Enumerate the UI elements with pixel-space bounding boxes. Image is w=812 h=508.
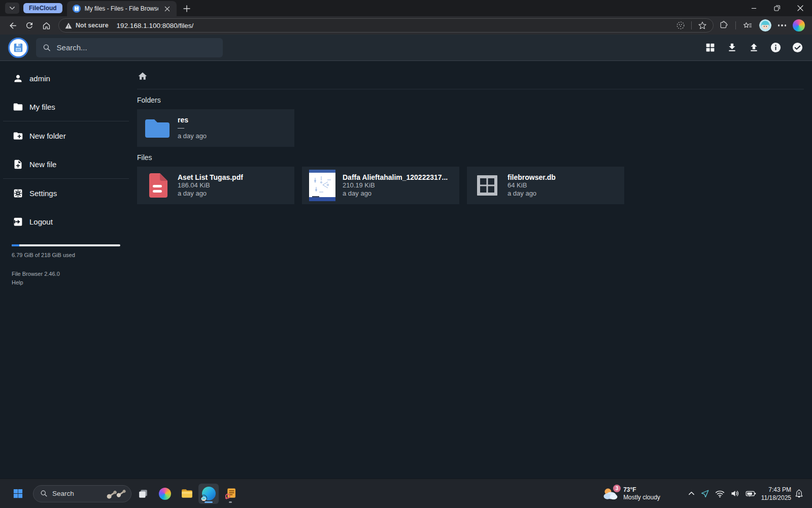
card-icon [137, 117, 178, 140]
notification-bell-icon [794, 489, 804, 498]
storage-section: 6.79 GiB of 218 GiB used File Browser 2.… [0, 244, 132, 287]
notes-app-button[interactable] [220, 484, 241, 504]
clock[interactable]: 7:43 PM 11/18/2025 [761, 486, 791, 502]
folder-card-res[interactable]: res — a day ago [137, 109, 294, 147]
favorite-star-icon[interactable] [698, 21, 707, 30]
refresh-button[interactable] [22, 18, 37, 33]
sidebar-item-label: New file [29, 160, 56, 169]
battery-button[interactable] [746, 490, 756, 497]
system-tray [688, 489, 756, 498]
favorites-list-icon[interactable] [742, 20, 753, 30]
tab-group-filecloud[interactable]: FileCloud [23, 3, 62, 13]
file-card-image[interactable]: Daffa Alieftahalim_120222317... 210.19 K… [302, 167, 459, 204]
chevron-down-icon [9, 5, 15, 11]
volume-button[interactable] [730, 489, 740, 498]
tab-strip: FileCloud My files - Files - File Browse… [0, 0, 812, 16]
home-button[interactable] [39, 18, 54, 33]
search-input[interactable] [57, 43, 216, 52]
security-chip[interactable]: Not secure [65, 22, 109, 29]
select-multiple-button[interactable] [791, 41, 804, 54]
copilot-icon[interactable] [793, 19, 805, 31]
security-label: Not secure [76, 22, 109, 29]
sidebar-item-label: New folder [29, 132, 66, 140]
tab-favicon-floppy-icon [73, 5, 81, 13]
folder-icon [143, 117, 172, 140]
settings-more-button[interactable] [778, 24, 787, 26]
info-button[interactable] [769, 41, 782, 54]
copilot-taskbar-button[interactable] [155, 484, 175, 504]
volume-icon [730, 489, 740, 498]
weather-widget[interactable]: 3 73°F Mostly cloudy [602, 486, 660, 501]
storage-progress-fill [12, 244, 19, 246]
clock-date: 11/18/2025 [761, 494, 791, 502]
edge-browser-button[interactable] [198, 484, 219, 504]
sidebar-item-label: Settings [29, 189, 57, 198]
task-view-button[interactable] [133, 484, 153, 504]
taskbar-search-box[interactable]: Search [33, 485, 131, 502]
sidebar-item-admin[interactable]: admin [0, 64, 132, 92]
wifi-icon [715, 490, 725, 498]
sidebar-item-label: My files [29, 103, 55, 111]
browser-toolbar: Not secure 192.168.1.100:8080/files/ [0, 16, 812, 35]
wifi-button[interactable] [715, 490, 725, 498]
weather-condition: Mostly cloudy [623, 494, 660, 501]
file-name: Aset List Tugas.pdf [178, 173, 243, 181]
storage-usage-text: 6.79 GiB of 218 GiB used [12, 252, 120, 258]
file-explorer-button[interactable] [177, 484, 197, 504]
new-file-icon [13, 159, 23, 170]
app-body: admin My files New folder New file [0, 61, 812, 479]
breadcrumb-home-icon[interactable] [138, 71, 148, 81]
new-folder-icon [13, 131, 23, 141]
urlbar-actions [676, 21, 707, 30]
restore-button[interactable] [765, 0, 789, 16]
file-modified: a day ago [507, 189, 556, 198]
thumbnail-diagram [309, 170, 335, 201]
download-button[interactable] [725, 41, 738, 54]
file-size: 186.04 KiB [178, 181, 243, 189]
file-size: 64 KiB [507, 181, 556, 189]
app-search-box[interactable] [36, 38, 223, 57]
sidebar-item-settings[interactable]: Settings [0, 179, 132, 207]
card-icon [302, 170, 343, 201]
profile-avatar[interactable] [759, 19, 771, 31]
file-explorer-icon [181, 487, 193, 500]
extensions-icon[interactable] [719, 20, 729, 30]
copilot-icon [159, 488, 171, 500]
tray-overflow-button[interactable] [688, 490, 695, 497]
address-bar[interactable]: Not secure 192.168.1.100:8080/files/ [58, 18, 714, 33]
card-icon [137, 173, 178, 198]
sidebar-item-new-folder[interactable]: New folder [0, 121, 132, 150]
minimize-button[interactable] [742, 0, 765, 16]
switch-view-button[interactable] [703, 41, 717, 54]
breadcrumb [137, 68, 804, 84]
folder-modified: a day ago [178, 132, 207, 140]
active-tab[interactable]: My files - Files - File Browser [67, 1, 177, 16]
browser-window: FileCloud My files - Files - File Browse… [0, 0, 812, 508]
url-text: 192.168.1.100:8080/files/ [117, 22, 194, 29]
sidebar-item-new-file[interactable]: New file [0, 150, 132, 178]
location-in-use-button[interactable] [700, 489, 709, 498]
files-grid: Aset List Tugas.pdf 186.04 KiB a day ago [137, 167, 804, 204]
header-actions [703, 41, 804, 54]
restore-icon [774, 5, 780, 11]
sidebar-item-my-files[interactable]: My files [0, 92, 132, 121]
back-button[interactable] [5, 18, 20, 33]
clock-time: 7:43 PM [761, 486, 791, 494]
tab-search-button[interactable] [5, 3, 19, 14]
notification-badge: 3 [613, 485, 621, 492]
tracking-prevention-icon[interactable] [676, 21, 685, 30]
new-tab-button[interactable] [182, 4, 192, 14]
file-card-database[interactable]: filebrowser.db 64 KiB a day ago [467, 167, 624, 204]
notification-center-button[interactable] [794, 489, 804, 498]
filebrowser-header [0, 35, 812, 61]
file-name: filebrowser.db [507, 173, 556, 181]
start-button[interactable] [8, 484, 28, 504]
upload-button[interactable] [747, 41, 760, 54]
back-arrow-icon [8, 21, 18, 30]
close-window-button[interactable] [789, 0, 812, 16]
download-icon [727, 42, 737, 53]
file-card-pdf[interactable]: Aset List Tugas.pdf 186.04 KiB a day ago [137, 167, 294, 204]
help-link[interactable]: Help [12, 278, 120, 287]
sidebar-item-logout[interactable]: Logout [0, 207, 132, 236]
tab-close-button[interactable] [162, 4, 173, 14]
